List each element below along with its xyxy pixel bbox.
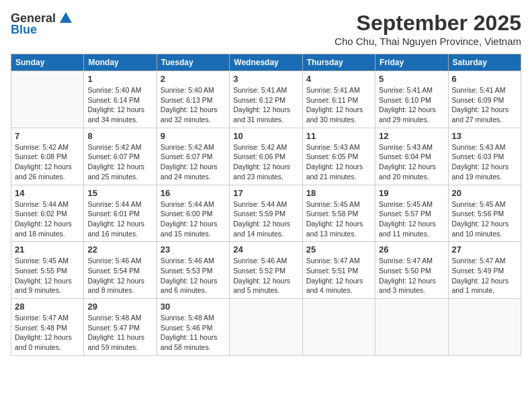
day-number: 27 <box>452 244 517 255</box>
calendar-week-row: 7Sunrise: 5:42 AM Sunset: 6:08 PM Daylig… <box>11 128 521 185</box>
day-info: Sunrise: 5:47 AM Sunset: 5:51 PM Dayligh… <box>306 256 371 295</box>
calendar-cell: 26Sunrise: 5:47 AM Sunset: 5:50 PM Dayli… <box>375 242 448 299</box>
calendar-cell: 9Sunrise: 5:42 AM Sunset: 6:07 PM Daylig… <box>157 128 229 185</box>
day-info: Sunrise: 5:46 AM Sunset: 5:53 PM Dayligh… <box>161 256 226 295</box>
calendar-cell <box>448 299 521 356</box>
calendar-cell: 24Sunrise: 5:46 AM Sunset: 5:52 PM Dayli… <box>230 242 302 299</box>
header-monday: Monday <box>84 54 157 71</box>
calendar-week-row: 14Sunrise: 5:44 AM Sunset: 6:02 PM Dayli… <box>11 185 521 242</box>
day-info: Sunrise: 5:43 AM Sunset: 6:05 PM Dayligh… <box>306 142 371 182</box>
title-area: September 2025 Cho Chu, Thai Nguyen Prov… <box>335 11 521 47</box>
day-number: 30 <box>161 302 226 312</box>
day-number: 21 <box>15 244 80 255</box>
calendar-cell: 4Sunrise: 5:41 AM Sunset: 6:11 PM Daylig… <box>302 71 375 128</box>
calendar-cell: 6Sunrise: 5:41 AM Sunset: 6:09 PM Daylig… <box>448 71 521 128</box>
day-number: 1 <box>87 74 152 84</box>
day-info: Sunrise: 5:40 AM Sunset: 6:14 PM Dayligh… <box>87 85 152 125</box>
logo-blue: Blue <box>11 23 37 37</box>
calendar-cell: 17Sunrise: 5:44 AM Sunset: 5:59 PM Dayli… <box>230 185 302 242</box>
header-tuesday: Tuesday <box>157 54 229 71</box>
day-info: Sunrise: 5:42 AM Sunset: 6:08 PM Dayligh… <box>15 142 80 182</box>
calendar-cell <box>375 299 448 356</box>
day-info: Sunrise: 5:45 AM Sunset: 5:58 PM Dayligh… <box>306 199 371 239</box>
day-info: Sunrise: 5:43 AM Sunset: 6:03 PM Dayligh… <box>452 142 517 182</box>
day-number: 24 <box>233 244 298 255</box>
day-number: 15 <box>87 188 152 198</box>
day-info: Sunrise: 5:46 AM Sunset: 5:52 PM Dayligh… <box>233 256 298 295</box>
day-info: Sunrise: 5:40 AM Sunset: 6:13 PM Dayligh… <box>161 85 226 125</box>
calendar-cell: 5Sunrise: 5:41 AM Sunset: 6:10 PM Daylig… <box>375 71 448 128</box>
calendar-cell: 28Sunrise: 5:47 AM Sunset: 5:48 PM Dayli… <box>11 299 84 356</box>
calendar-cell: 1Sunrise: 5:40 AM Sunset: 6:14 PM Daylig… <box>84 71 157 128</box>
day-number: 18 <box>306 188 371 198</box>
calendar-week-row: 1Sunrise: 5:40 AM Sunset: 6:14 PM Daylig… <box>11 71 521 128</box>
day-number: 12 <box>379 131 444 141</box>
day-number: 3 <box>233 74 298 84</box>
day-number: 26 <box>379 244 444 255</box>
day-info: Sunrise: 5:47 AM Sunset: 5:50 PM Dayligh… <box>379 256 444 295</box>
day-info: Sunrise: 5:45 AM Sunset: 5:57 PM Dayligh… <box>379 199 444 239</box>
calendar-cell: 11Sunrise: 5:43 AM Sunset: 6:05 PM Dayli… <box>302 128 375 185</box>
day-info: Sunrise: 5:44 AM Sunset: 6:00 PM Dayligh… <box>161 199 226 239</box>
day-number: 6 <box>452 74 517 84</box>
calendar-cell: 10Sunrise: 5:42 AM Sunset: 6:06 PM Dayli… <box>230 128 302 185</box>
day-info: Sunrise: 5:45 AM Sunset: 5:56 PM Dayligh… <box>452 199 517 239</box>
calendar-header-row: Sunday Monday Tuesday Wednesday Thursday… <box>11 54 521 71</box>
location-title: Cho Chu, Thai Nguyen Province, Vietnam <box>335 36 521 47</box>
calendar-cell: 14Sunrise: 5:44 AM Sunset: 6:02 PM Dayli… <box>11 185 84 242</box>
day-number: 9 <box>161 131 226 141</box>
calendar-cell <box>302 299 375 356</box>
calendar-cell: 25Sunrise: 5:47 AM Sunset: 5:51 PM Dayli… <box>302 242 375 299</box>
header-saturday: Saturday <box>448 54 521 71</box>
day-info: Sunrise: 5:43 AM Sunset: 6:04 PM Dayligh… <box>379 142 444 182</box>
day-info: Sunrise: 5:45 AM Sunset: 5:55 PM Dayligh… <box>15 256 80 295</box>
header-friday: Friday <box>375 54 448 71</box>
calendar-cell <box>230 299 302 356</box>
page-header: General Blue September 2025 Cho Chu, Tha… <box>11 11 521 47</box>
day-number: 25 <box>306 244 371 255</box>
day-info: Sunrise: 5:46 AM Sunset: 5:54 PM Dayligh… <box>87 256 152 295</box>
day-number: 22 <box>87 244 152 255</box>
day-info: Sunrise: 5:41 AM Sunset: 6:09 PM Dayligh… <box>452 85 517 125</box>
day-number: 29 <box>87 302 152 312</box>
header-wednesday: Wednesday <box>230 54 302 71</box>
day-info: Sunrise: 5:47 AM Sunset: 5:49 PM Dayligh… <box>452 256 517 295</box>
day-info: Sunrise: 5:44 AM Sunset: 6:02 PM Dayligh… <box>15 199 80 239</box>
day-info: Sunrise: 5:41 AM Sunset: 6:12 PM Dayligh… <box>233 85 298 125</box>
day-info: Sunrise: 5:42 AM Sunset: 6:07 PM Dayligh… <box>161 142 226 182</box>
calendar-cell: 20Sunrise: 5:45 AM Sunset: 5:56 PM Dayli… <box>448 185 521 242</box>
calendar-cell: 27Sunrise: 5:47 AM Sunset: 5:49 PM Dayli… <box>448 242 521 299</box>
day-number: 8 <box>87 131 152 141</box>
day-info: Sunrise: 5:44 AM Sunset: 5:59 PM Dayligh… <box>233 199 298 239</box>
month-title: September 2025 <box>335 11 521 36</box>
calendar-cell: 12Sunrise: 5:43 AM Sunset: 6:04 PM Dayli… <box>375 128 448 185</box>
calendar-cell: 18Sunrise: 5:45 AM Sunset: 5:58 PM Dayli… <box>302 185 375 242</box>
calendar-cell: 7Sunrise: 5:42 AM Sunset: 6:08 PM Daylig… <box>11 128 84 185</box>
day-number: 17 <box>233 188 298 198</box>
day-number: 20 <box>452 188 517 198</box>
day-number: 2 <box>161 74 226 84</box>
calendar-cell: 21Sunrise: 5:45 AM Sunset: 5:55 PM Dayli… <box>11 242 84 299</box>
day-number: 13 <box>452 131 517 141</box>
calendar-cell: 22Sunrise: 5:46 AM Sunset: 5:54 PM Dayli… <box>84 242 157 299</box>
day-info: Sunrise: 5:42 AM Sunset: 6:06 PM Dayligh… <box>233 142 298 182</box>
calendar-table: Sunday Monday Tuesday Wednesday Thursday… <box>11 54 521 356</box>
day-number: 19 <box>379 188 444 198</box>
logo-icon <box>58 11 73 26</box>
day-number: 16 <box>161 188 226 198</box>
calendar-cell: 2Sunrise: 5:40 AM Sunset: 6:13 PM Daylig… <box>157 71 229 128</box>
calendar-week-row: 21Sunrise: 5:45 AM Sunset: 5:55 PM Dayli… <box>11 242 521 299</box>
calendar-cell: 16Sunrise: 5:44 AM Sunset: 6:00 PM Dayli… <box>157 185 229 242</box>
day-number: 11 <box>306 131 371 141</box>
day-number: 28 <box>15 302 80 312</box>
day-info: Sunrise: 5:42 AM Sunset: 6:07 PM Dayligh… <box>87 142 152 182</box>
calendar-cell: 13Sunrise: 5:43 AM Sunset: 6:03 PM Dayli… <box>448 128 521 185</box>
day-number: 23 <box>161 244 226 255</box>
day-number: 14 <box>15 188 80 198</box>
day-info: Sunrise: 5:44 AM Sunset: 6:01 PM Dayligh… <box>87 199 152 239</box>
logo: General Blue <box>11 11 73 37</box>
calendar-cell: 29Sunrise: 5:48 AM Sunset: 5:47 PM Dayli… <box>84 299 157 356</box>
svg-marker-0 <box>60 12 72 23</box>
day-info: Sunrise: 5:41 AM Sunset: 6:11 PM Dayligh… <box>306 85 371 125</box>
calendar-cell: 30Sunrise: 5:48 AM Sunset: 5:46 PM Dayli… <box>157 299 229 356</box>
